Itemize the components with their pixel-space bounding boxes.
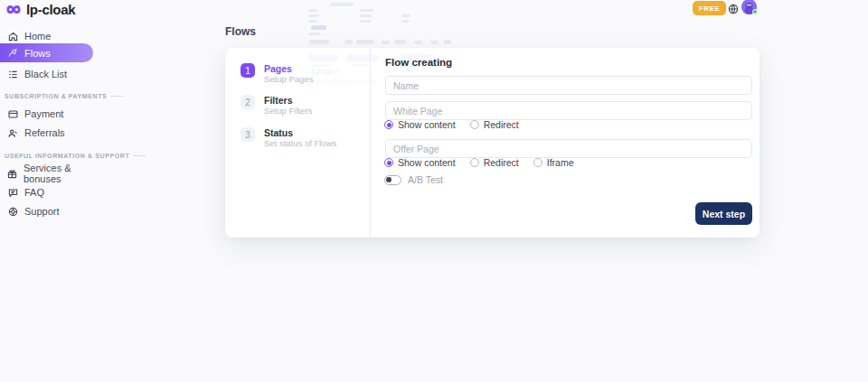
sidebar-item-referrals[interactable]: Referrals [0,124,93,142]
radio-label: Iframe [547,157,574,168]
sidebar-item-services[interactable]: Services & bonuses [0,164,93,182]
sidebar-item-flows[interactable]: Flows [0,43,93,62]
sidebar-item-label: Support [24,206,60,217]
radio-icon [533,158,542,167]
sidebar-item-label: Payment [24,108,63,119]
radio-redirect[interactable]: Redirect [470,157,519,168]
sidebar-item-home[interactable]: Home [0,27,93,45]
sidebar-item-label: Black List [24,69,67,79]
sidebar-section-support: USEFUL INFORMATION & SUPPORT [5,153,146,159]
gift-icon [7,168,17,179]
brand-name: lp-cloak [26,2,75,17]
white-page-mode-radios: Show content Redirect [384,119,519,130]
modal-divider [370,48,371,238]
radio-label: Redirect [484,119,519,130]
people-icon [7,127,18,138]
step-desc: Setup Filters [264,106,312,116]
flow-creating-modal: 1 Pages Setup Pages 2 Filters Setup Filt… [225,48,760,238]
sidebar-item-faq[interactable]: FAQ [0,183,93,201]
radio-redirect[interactable]: Redirect [470,119,519,130]
flows-icon [7,48,18,59]
ab-test-toggle[interactable] [384,175,401,185]
step-pages[interactable]: 1 Pages Setup Pages [241,63,313,84]
mask-logo-icon [5,4,22,15]
radio-show-content[interactable]: Show content [384,157,456,168]
ab-test-label: A/B Test [408,174,443,185]
radio-icon [470,158,479,167]
sidebar-item-black-list[interactable]: Black List [0,65,93,83]
step-title: Filters [264,95,312,106]
credit-card-icon [7,108,18,119]
radio-icon [470,120,479,129]
step-title: Status [264,127,336,138]
sidebar-item-support[interactable]: Support [0,202,93,220]
step-number: 1 [241,63,255,78]
radio-label: Redirect [484,157,519,168]
offer-page-mode-radios: Show content Redirect Iframe [384,157,574,168]
chat-icon [7,187,18,198]
step-number: 3 [241,127,255,142]
radio-icon [384,158,393,167]
toggle-knob [386,177,392,182]
sidebar-item-label: Services & bonuses [24,163,93,184]
sidebar: lp-cloak Home Flows Black List SUBSCRIPT… [0,0,99,382]
sidebar-item-label: Referrals [24,127,65,138]
radio-label: Show content [398,157,456,168]
radio-icon [384,120,393,129]
step-desc: Setup Pages [264,74,313,84]
home-icon [7,31,18,42]
flow-name-input[interactable] [385,76,752,95]
next-step-button[interactable]: Next step [695,202,752,225]
ab-test-toggle-row[interactable]: A/B Test [384,174,443,185]
step-title: Pages [264,63,313,74]
step-number: 2 [241,95,255,109]
free-plan-badge[interactable]: FREE [693,1,726,15]
lifebuoy-icon [7,206,18,217]
sidebar-section-subscription: SUBSCRIPTION & PAYMENTS [5,93,123,99]
radio-label: Show content [398,119,456,130]
step-desc: Set status of Flows [264,138,336,148]
language-globe-icon[interactable] [728,2,739,13]
sidebar-item-label: Home [24,31,51,42]
list-icon [7,69,18,79]
sidebar-item-label: FAQ [24,187,44,198]
brand-logo: lp-cloak [5,2,75,17]
step-status[interactable]: 3 Status Set status of Flows [241,127,336,148]
sidebar-item-label: Flows [24,48,51,59]
radio-iframe[interactable]: Iframe [533,157,574,168]
step-filters[interactable]: 2 Filters Setup Filters [241,95,312,116]
online-status-dot [752,9,758,14]
radio-show-content[interactable]: Show content [384,119,456,130]
page-title: Flows [225,25,256,38]
sidebar-item-payment[interactable]: Payment [0,105,93,123]
white-page-input[interactable] [385,101,752,120]
offer-page-input[interactable] [385,139,752,158]
modal-title: Flow creating [385,57,452,68]
